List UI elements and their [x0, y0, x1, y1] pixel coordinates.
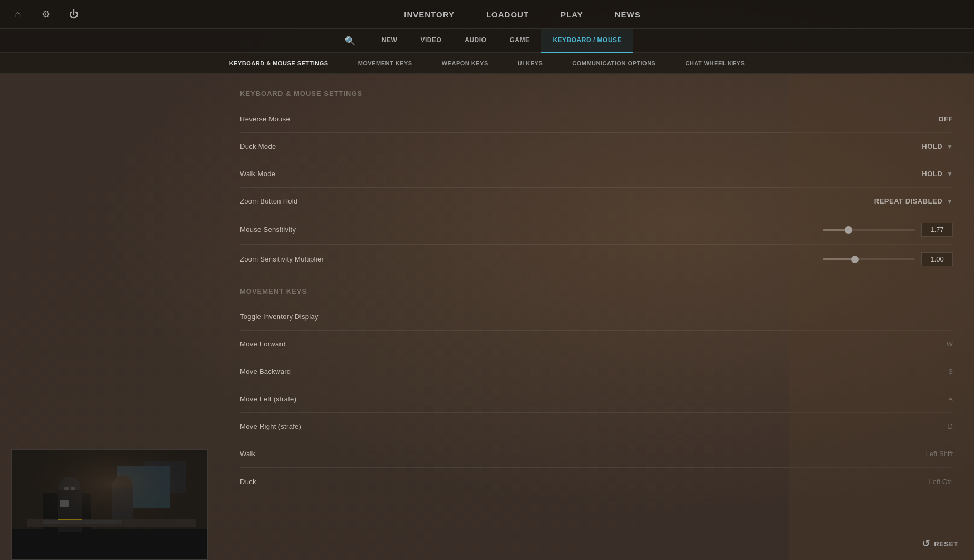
mouse-sensitivity-track[interactable]	[823, 229, 915, 231]
duck-mode-label: Duck Mode	[240, 142, 276, 150]
section-title-keyboard-mouse: Keyboard & Mouse Settings	[240, 90, 953, 98]
duck-mode-arrow: ▼	[947, 143, 953, 150]
walk-key[interactable]: Left Shift	[926, 450, 953, 458]
search-icon[interactable]: 🔍	[341, 32, 360, 50]
setting-row-toggle-inventory: Toggle Inventory Display	[240, 303, 953, 331]
mouse-sensitivity-input[interactable]: 1.77	[921, 223, 953, 237]
settings-panel: Keyboard & Mouse Settings Reverse Mouse …	[219, 74, 974, 560]
subtab-communication-options[interactable]: COMMUNICATION OPTIONS	[557, 53, 670, 74]
tab-video[interactable]: VIDEO	[409, 29, 453, 53]
reset-icon: ↺	[922, 538, 930, 549]
subtab-movement-keys[interactable]: MOVEMENT KEYS	[343, 53, 427, 74]
duck-label: Duck	[240, 478, 256, 486]
walk-mode-text: HOLD	[922, 170, 942, 178]
zoom-button-hold-arrow: ▼	[947, 198, 953, 205]
setting-row-duck: Duck Left Ctrl	[240, 468, 953, 495]
tab-audio[interactable]: AUDIO	[453, 29, 498, 53]
setting-row-mouse-sensitivity: Mouse Sensitivity 1.77	[240, 215, 953, 245]
setting-row-reverse-mouse: Reverse Mouse OFF	[240, 105, 953, 133]
reverse-mouse-text: OFF	[939, 115, 953, 123]
main-content: Keyboard & Mouse Settings Reverse Mouse …	[0, 74, 974, 560]
top-bar: ⌂ ⚙ ⏻ INVENTORY LOADOUT PLAY NEWS	[0, 0, 974, 29]
top-bar-icons: ⌂ ⚙ ⏻	[11, 7, 81, 22]
move-backward-key[interactable]: S	[948, 368, 953, 375]
left-panel	[0, 74, 219, 560]
move-forward-label: Move Forward	[240, 340, 286, 348]
duck-mode-text: HOLD	[922, 142, 942, 150]
move-left-label: Move Left (strafe)	[240, 395, 296, 403]
nav-news[interactable]: NEWS	[615, 7, 641, 22]
move-forward-key[interactable]: W	[947, 340, 953, 348]
svg-rect-16	[12, 450, 208, 560]
subtab-chat-wheel-keys[interactable]: CHAT WHEEL KEYS	[670, 53, 759, 74]
player-image	[11, 449, 208, 560]
mouse-sensitivity-label: Mouse Sensitivity	[240, 226, 296, 234]
zoom-sensitivity-label: Zoom Sensitivity Multiplier	[240, 255, 324, 263]
zoom-button-hold-dropdown[interactable]: REPEAT DISABLED ▼	[874, 197, 953, 205]
settings-icon[interactable]: ⚙	[38, 7, 53, 22]
nav-play[interactable]: PLAY	[561, 7, 583, 22]
walk-mode-label: Walk Mode	[240, 170, 275, 178]
setting-row-zoom-button-hold: Zoom Button Hold REPEAT DISABLED ▼	[240, 188, 953, 215]
zoom-button-hold-text: REPEAT DISABLED	[874, 197, 942, 205]
zoom-button-hold-label: Zoom Button Hold	[240, 197, 298, 205]
setting-row-move-right: Move Right (strafe) D	[240, 413, 953, 440]
setting-row-duck-mode: Duck Mode HOLD ▼	[240, 133, 953, 160]
zoom-sensitivity-fill	[823, 258, 855, 260]
move-right-key[interactable]: D	[948, 422, 953, 430]
nav-inventory[interactable]: INVENTORY	[404, 7, 455, 22]
reset-button[interactable]: ↺ RESET	[922, 538, 958, 549]
section-title-movement-keys: Movement Keys	[240, 287, 953, 295]
nav-loadout[interactable]: LOADOUT	[486, 7, 529, 22]
reset-label: RESET	[934, 540, 958, 548]
setting-row-move-backward: Move Backward S	[240, 358, 953, 385]
setting-row-walk: Walk Left Shift	[240, 440, 953, 468]
zoom-sensitivity-input[interactable]: 1.00	[921, 252, 953, 266]
home-icon[interactable]: ⌂	[11, 7, 25, 22]
move-backward-label: Move Backward	[240, 368, 291, 375]
walk-label: Walk	[240, 450, 256, 458]
tab-keyboard-mouse[interactable]: KEYBOARD / MOUSE	[541, 29, 633, 53]
reverse-mouse-label: Reverse Mouse	[240, 115, 290, 123]
duck-key[interactable]: Left Ctrl	[929, 478, 953, 486]
zoom-sensitivity-slider-container: 1.00	[823, 252, 953, 266]
power-icon[interactable]: ⏻	[66, 7, 81, 22]
sub-tab-bar: KEYBOARD & MOUSE SETTINGS MOVEMENT KEYS …	[0, 53, 974, 74]
subtab-ui-keys[interactable]: UI KEYS	[503, 53, 558, 74]
settings-tab-bar: 🔍 NEW VIDEO AUDIO GAME KEYBOARD / MOUSE	[0, 29, 974, 53]
subtab-keyboard-mouse-settings[interactable]: KEYBOARD & MOUSE SETTINGS	[215, 53, 343, 74]
subtab-weapon-keys[interactable]: WEAPON KEYS	[427, 53, 503, 74]
walk-mode-dropdown[interactable]: HOLD ▼	[922, 170, 953, 178]
move-left-key[interactable]: A	[948, 395, 953, 403]
zoom-sensitivity-track[interactable]	[823, 258, 915, 260]
setting-row-zoom-sensitivity: Zoom Sensitivity Multiplier 1.00	[240, 245, 953, 274]
toggle-inventory-label: Toggle Inventory Display	[240, 313, 319, 321]
move-right-label: Move Right (strafe)	[240, 422, 301, 430]
reverse-mouse-value[interactable]: OFF	[939, 115, 953, 123]
duck-mode-dropdown[interactable]: HOLD ▼	[922, 142, 953, 150]
setting-row-move-left: Move Left (strafe) A	[240, 385, 953, 413]
mouse-sensitivity-thumb[interactable]	[845, 226, 852, 234]
setting-row-walk-mode: Walk Mode HOLD ▼	[240, 160, 953, 188]
setting-row-move-forward: Move Forward W	[240, 331, 953, 358]
tab-game[interactable]: GAME	[498, 29, 541, 53]
tab-new[interactable]: NEW	[370, 29, 409, 53]
walk-mode-arrow: ▼	[947, 170, 953, 178]
zoom-sensitivity-thumb[interactable]	[851, 256, 859, 263]
top-nav: INVENTORY LOADOUT PLAY NEWS	[81, 7, 963, 22]
mouse-sensitivity-slider-container: 1.77	[823, 223, 953, 237]
